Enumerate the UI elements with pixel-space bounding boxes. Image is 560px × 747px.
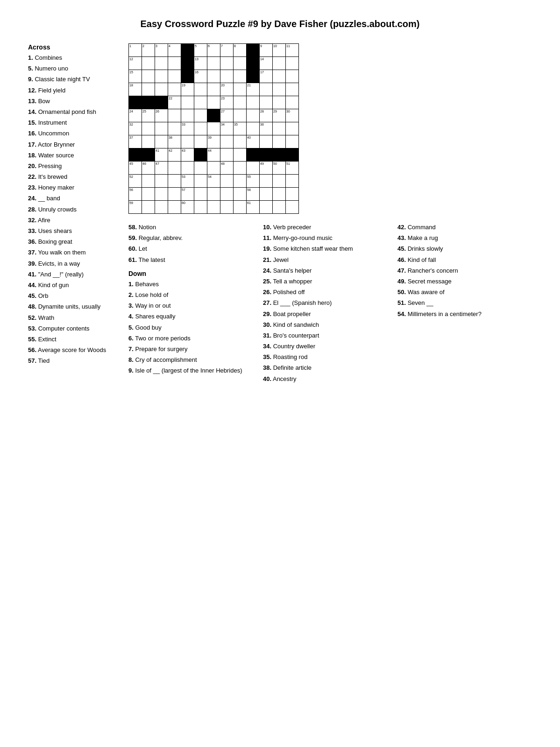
grid-cell[interactable]: 56 (129, 188, 142, 201)
grid-cell[interactable] (286, 135, 299, 148)
grid-cell[interactable] (194, 201, 207, 214)
grid-cell[interactable]: 4 (168, 44, 181, 57)
grid-cell[interactable] (273, 148, 286, 162)
grid-cell[interactable]: 11 (286, 44, 299, 57)
grid-cell[interactable] (273, 70, 286, 83)
grid-cell[interactable]: 21 (247, 83, 260, 96)
grid-cell[interactable]: 39 (207, 135, 220, 148)
grid-cell[interactable]: 27 (220, 109, 234, 122)
grid-cell[interactable] (220, 148, 234, 162)
grid-cell[interactable] (220, 135, 234, 148)
grid-cell[interactable] (260, 83, 273, 96)
grid-cell[interactable] (234, 70, 247, 83)
grid-cell[interactable]: 7 (220, 44, 234, 57)
grid-cell[interactable] (234, 201, 247, 214)
grid-cell[interactable]: 61 (247, 201, 260, 214)
grid-cell[interactable] (234, 175, 247, 188)
grid-cell[interactable] (260, 188, 273, 201)
grid-cell[interactable] (181, 135, 194, 148)
grid-cell[interactable]: 38 (168, 135, 181, 148)
grid-cell[interactable] (155, 135, 168, 148)
grid-cell[interactable]: 26 (155, 109, 168, 122)
grid-cell[interactable] (260, 148, 273, 162)
grid-cell[interactable] (234, 188, 247, 201)
grid-cell[interactable] (181, 96, 194, 109)
grid-cell[interactable] (142, 188, 155, 201)
grid-cell[interactable] (273, 57, 286, 70)
grid-cell[interactable] (194, 135, 207, 148)
grid-cell[interactable] (142, 57, 155, 70)
grid-cell[interactable] (168, 109, 181, 122)
grid-cell[interactable] (286, 96, 299, 109)
grid-cell[interactable] (168, 122, 181, 135)
grid-cell[interactable] (194, 83, 207, 96)
grid-cell[interactable] (207, 201, 220, 214)
grid-cell[interactable] (155, 57, 168, 70)
grid-cell[interactable] (168, 57, 181, 70)
grid-cell[interactable]: 53 (181, 175, 194, 188)
grid-cell[interactable] (286, 148, 299, 162)
grid-cell[interactable] (234, 135, 247, 148)
grid-cell[interactable]: 25 (142, 109, 155, 122)
grid-cell[interactable] (247, 122, 260, 135)
grid-cell[interactable] (194, 109, 207, 122)
grid-cell[interactable] (155, 83, 168, 96)
grid-cell[interactable] (247, 109, 260, 122)
grid-cell[interactable] (142, 201, 155, 214)
grid-cell[interactable] (286, 122, 299, 135)
grid-cell[interactable] (194, 148, 207, 162)
grid-cell[interactable]: 37 (129, 135, 142, 148)
grid-cell[interactable] (207, 162, 220, 175)
grid-cell[interactable]: 9 (260, 44, 273, 57)
grid-cell[interactable] (247, 162, 260, 175)
grid-cell[interactable] (142, 148, 155, 162)
grid-cell[interactable] (234, 96, 247, 109)
grid-cell[interactable] (207, 57, 220, 70)
grid-cell[interactable]: 58 (247, 188, 260, 201)
grid-cell[interactable]: 44 (207, 148, 220, 162)
grid-cell[interactable] (181, 109, 194, 122)
grid-cell[interactable]: 35 (234, 122, 247, 135)
grid-cell[interactable] (129, 148, 142, 162)
grid-cell[interactable]: 57 (181, 188, 194, 201)
grid-cell[interactable] (247, 148, 260, 162)
grid-cell[interactable] (168, 175, 181, 188)
grid-cell[interactable] (234, 57, 247, 70)
grid-cell[interactable]: 48 (220, 162, 234, 175)
grid-cell[interactable] (155, 122, 168, 135)
grid-cell[interactable] (286, 83, 299, 96)
grid-cell[interactable]: 60 (181, 201, 194, 214)
grid-cell[interactable] (207, 122, 220, 135)
grid-cell[interactable] (286, 57, 299, 70)
grid-cell[interactable]: 49 (260, 162, 273, 175)
grid-cell[interactable] (129, 96, 142, 109)
grid-cell[interactable] (247, 57, 260, 70)
grid-cell[interactable] (194, 122, 207, 135)
grid-cell[interactable]: 43 (181, 148, 194, 162)
grid-cell[interactable] (155, 201, 168, 214)
grid-cell[interactable]: 55 (247, 175, 260, 188)
grid-cell[interactable] (207, 96, 220, 109)
grid-cell[interactable]: 14 (260, 57, 273, 70)
grid-cell[interactable] (155, 188, 168, 201)
grid-cell[interactable] (142, 135, 155, 148)
grid-cell[interactable] (273, 188, 286, 201)
grid-cell[interactable] (168, 201, 181, 214)
grid-cell[interactable]: 41 (155, 148, 168, 162)
grid-cell[interactable]: 1 (129, 44, 142, 57)
grid-cell[interactable] (273, 201, 286, 214)
grid-cell[interactable]: 17 (260, 70, 273, 83)
grid-cell[interactable] (260, 175, 273, 188)
grid-cell[interactable]: 28 (260, 109, 273, 122)
grid-cell[interactable] (286, 201, 299, 214)
grid-cell[interactable] (142, 175, 155, 188)
grid-cell[interactable] (194, 175, 207, 188)
grid-cell[interactable] (220, 57, 234, 70)
grid-cell[interactable] (220, 70, 234, 83)
grid-cell[interactable]: 2 (142, 44, 155, 57)
grid-cell[interactable]: 10 (273, 44, 286, 57)
grid-cell[interactable]: 24 (129, 109, 142, 122)
grid-cell[interactable]: 40 (247, 135, 260, 148)
grid-cell[interactable] (194, 188, 207, 201)
grid-cell[interactable]: 18 (129, 83, 142, 96)
